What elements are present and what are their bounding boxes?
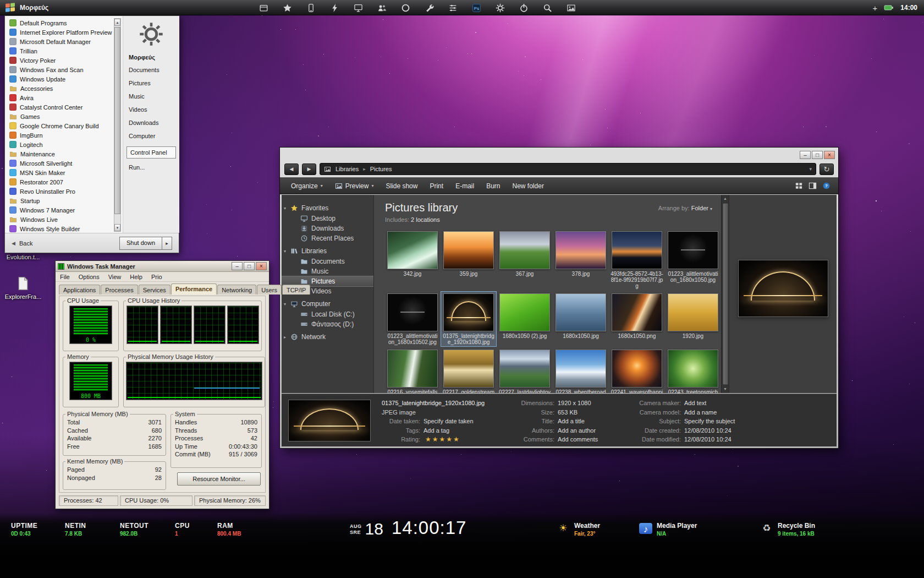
program-item-catalyst-control-center[interactable]: Catalyst Control Center	[7, 102, 113, 112]
toolbar-organize[interactable]: Organize▾	[285, 179, 328, 193]
windows-logo-icon[interactable]	[6, 3, 15, 12]
program-item-maintenance[interactable]: Maintenance	[7, 149, 113, 159]
taskbar-widget-weather[interactable]: ☀WeatherFair, 23°	[557, 522, 600, 537]
sidebar-section-network[interactable]: ▸Network	[282, 331, 373, 342]
detail-value[interactable]: Add a tag	[424, 427, 449, 434]
file-item[interactable]: 02241_wavesofhappiness_1680x1050.jpg	[609, 348, 664, 393]
file-item[interactable]: 367.jpg	[497, 230, 552, 290]
program-item-victory-poker[interactable]: Victory Poker	[7, 56, 113, 65]
detail-value[interactable]: 653 KB	[558, 409, 578, 416]
program-item-games[interactable]: Games	[7, 112, 113, 121]
photoshop-button[interactable]: Ps	[470, 3, 482, 13]
detail-value[interactable]: Add a name	[684, 409, 717, 416]
chevron-down-icon[interactable]: ▾	[284, 206, 286, 211]
help-button[interactable]: ?	[822, 182, 831, 190]
circle-button[interactable]	[399, 3, 411, 13]
window-button[interactable]	[257, 3, 270, 13]
detail-value[interactable]: Add a title	[558, 418, 585, 424]
toolbar-new-folder[interactable]: New folder	[507, 179, 549, 193]
tab-services[interactable]: Services	[139, 285, 170, 295]
explorer-titlebar[interactable]: – □ ×	[280, 148, 838, 161]
arrange-by-dropdown[interactable]: Arrange by: Folder ▾	[658, 205, 712, 211]
file-item[interactable]: 924x578.jpg	[553, 292, 608, 346]
breadcrumb-pictures[interactable]: Pictures	[369, 165, 394, 173]
start-menu-scrollbar[interactable]: ▲ ▼	[114, 18, 121, 232]
file-item[interactable]: 02227_lastdaylightoverfranschhoeksvineya…	[497, 348, 552, 393]
sidebar-section-favorites[interactable]: ▾Favorites	[282, 203, 373, 214]
menu-prio[interactable]: Prio	[151, 274, 162, 280]
star-button[interactable]	[281, 3, 293, 13]
start-place-documents[interactable]: Documents	[123, 63, 179, 77]
detail-value[interactable]: 12/08/2010 10:24	[684, 427, 732, 434]
chevron-down-icon[interactable]: ▾	[284, 302, 286, 307]
scroll-up-icon[interactable]: ▲	[114, 19, 120, 26]
minimize-button[interactable]: –	[800, 151, 811, 159]
plus-icon[interactable]: +	[873, 3, 878, 13]
file-item[interactable]: 02217_goldenstream_1680x1050.jpg	[441, 348, 496, 393]
file-item[interactable]: 02243_treetopsmichauxstateforest_1680x10…	[666, 348, 721, 393]
tab-tcp-ip[interactable]: TCP/IP	[282, 285, 310, 295]
program-item-internet-explorer-platform-preview[interactable]: Internet Explorer Platform Preview	[7, 28, 113, 37]
detail-value[interactable]: 1920 x 1080	[558, 400, 591, 406]
menu-file[interactable]: File	[60, 274, 70, 280]
start-place-downloads[interactable]: Downloads	[123, 116, 179, 129]
detail-value[interactable]: Add an author	[558, 427, 596, 434]
program-item-microsoft-silverlight[interactable]: Microsoft Silverlight	[7, 159, 113, 168]
menu-help[interactable]: Help	[130, 274, 142, 280]
maximize-button[interactable]: □	[812, 151, 823, 159]
file-item[interactable]: 342.jpg	[385, 230, 440, 290]
tab-processes[interactable]: Processes	[101, 285, 138, 295]
tab-performance[interactable]: Performance	[171, 283, 217, 295]
taskbar-widget-media-player[interactable]: ♪Media PlayerN/A	[639, 522, 697, 537]
file-item[interactable]: 359.jpg	[441, 230, 496, 290]
program-item-revo-uninstaller-pro[interactable]: Revo Uninstaller Pro	[7, 187, 113, 196]
sidebar-item-recent-places[interactable]: Recent Places	[282, 233, 373, 243]
detail-value[interactable]: Specify the subject	[684, 418, 735, 424]
topbar-active-app-label[interactable]: Μορφεύς	[20, 4, 48, 12]
minimize-button[interactable]: –	[232, 262, 243, 270]
power-button[interactable]	[518, 3, 530, 13]
scroll-down-icon[interactable]: ▼	[723, 385, 727, 393]
files-scrollbar[interactable]: ▲ ▼	[721, 195, 729, 393]
task-manager-titlebar[interactable]: Windows Task Manager – □ ×	[56, 261, 269, 272]
taskbar-widget-recycle-bin[interactable]: ♻Recycle Bin9 items, 16 kB	[760, 522, 815, 537]
tab-users[interactable]: Users	[257, 285, 282, 295]
program-item-imgburn[interactable]: ImgBurn	[7, 130, 113, 140]
breadcrumb-libraries[interactable]: Libraries	[334, 165, 360, 173]
scroll-up-icon[interactable]: ▲	[723, 195, 727, 203]
sidebar-item-downloads[interactable]: Downloads	[282, 223, 373, 233]
menu-view[interactable]: View	[108, 274, 122, 280]
sidebar-section-libraries[interactable]: ▾Libraries	[282, 246, 373, 257]
users-button[interactable]	[376, 3, 388, 13]
desktop-icon[interactable]: ExplorerFra...	[3, 275, 43, 300]
program-item-logitech[interactable]: Logitech	[7, 140, 113, 149]
close-button[interactable]: ×	[824, 151, 835, 159]
toolbar-e-mail[interactable]: E-mail	[450, 179, 480, 193]
forward-button[interactable]: ▶	[302, 163, 316, 175]
sidebar-item-music[interactable]: Music	[282, 266, 373, 276]
program-item-startup[interactable]: Startup	[7, 196, 113, 205]
scroll-down-icon[interactable]: ▼	[114, 224, 120, 231]
menu-options[interactable]: Options	[79, 274, 100, 280]
scrollbar-thumb[interactable]	[723, 203, 728, 385]
panel-button[interactable]	[809, 182, 817, 190]
start-place-music[interactable]: Music	[123, 90, 179, 103]
program-item-microsoft-default-manager[interactable]: Microsoft Default Manager	[7, 37, 113, 46]
program-item-windows-fax-and-scan[interactable]: Windows Fax and Scan	[7, 65, 113, 74]
sidebar-item-desktop[interactable]: Desktop	[282, 214, 373, 223]
resource-monitor-button[interactable]: Resource Monitor...	[177, 472, 261, 486]
views-button[interactable]	[795, 182, 803, 190]
rating-stars[interactable]: ★★★★★	[425, 435, 460, 443]
sliders-button[interactable]	[447, 3, 459, 13]
monitor-button[interactable]	[352, 3, 364, 13]
toolbar-preview[interactable]: Preview▾	[329, 179, 380, 193]
file-item[interactable]: 924x578.png	[609, 292, 664, 346]
bolt-button[interactable]	[328, 3, 340, 13]
tab-applications[interactable]: Applications	[59, 285, 100, 295]
start-back-button[interactable]: ◀ Back	[12, 240, 32, 247]
file-item[interactable]: 924x578 (2).jpg	[497, 292, 552, 346]
file-item[interactable]: 01223_alittlemotivation_1680x1050.jpg	[666, 230, 721, 290]
sidebar-section-computer[interactable]: ▾Computer	[282, 298, 373, 309]
sidebar-item-documents[interactable]: Documents	[282, 257, 373, 266]
start-user-name[interactable]: Μορφεύς	[123, 51, 179, 63]
